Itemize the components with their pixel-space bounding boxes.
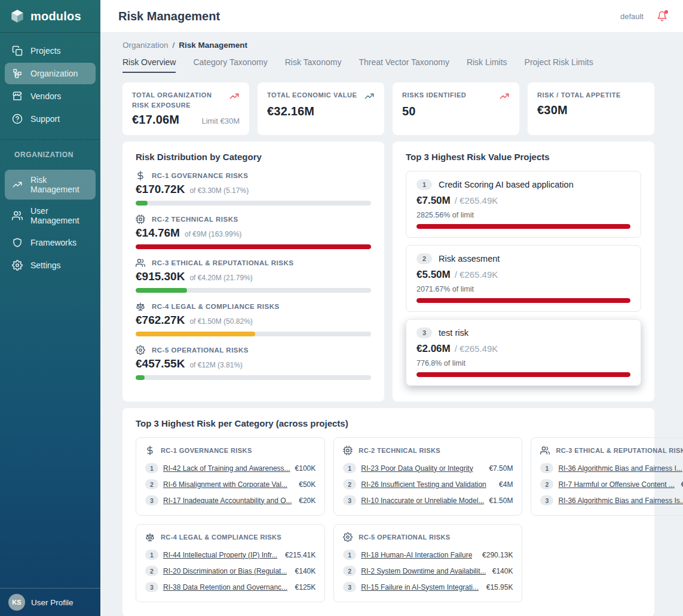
rank-badge: 2 [145,479,158,489]
risk-link[interactable]: RI-17 Inadequate Accountability and O... [163,497,292,505]
kpi-value: €30M [537,103,568,117]
category-name: RC-2 TECHNICAL RISKS [152,216,238,223]
sidebar-item-label: Frameworks [30,238,76,247]
risk-link[interactable]: RI-20 Discrimination or Bias (Regulat... [163,567,287,575]
sidebar-main-nav: Projects Organization Vendors Support [0,33,100,140]
sidebar-item-settings[interactable]: Settings [5,255,96,276]
org-chart-icon [12,68,23,79]
top-risks-rc3-card: RC-3 ETHICAL & REPUTATIONAL RISKS 1 RI-3… [531,437,683,516]
progress-track [416,372,630,377]
project-limit-value: / €265.49K [455,344,498,354]
progress-fill [136,244,371,249]
project-limit-value: / €265.49K [455,195,498,206]
brand-name: modulos [30,10,81,23]
top-risks-rc2-card: RC-2 TECHNICAL RISKS 1 RI-23 Poor Data Q… [333,437,522,516]
risk-row: 2 RI-20 Discrimination or Bias (Regulat.… [145,566,316,576]
projects-icon [12,45,23,56]
sidebar-item-label: Organization [30,69,78,78]
risk-row: 2 RI-6 Misalignment with Corporate Val..… [145,479,316,489]
risk-link[interactable]: RI-18 Human-AI Interaction Failure [361,551,472,559]
sidebar-item-risk-management[interactable]: Risk Management [5,170,96,200]
risk-link[interactable]: RI-36 Algorithmic Bias and Fairness I... [558,464,682,473]
rank-badge: 3 [343,582,356,592]
risk-link[interactable]: RI-42 Lack of Training and Awareness... [163,464,290,473]
tab-project-risk-limits[interactable]: Project Risk Limits [525,57,593,73]
breadcrumb-parent[interactable]: Organization [122,41,169,50]
risk-link[interactable]: RI-7 Harmful or Offensive Content ... [558,480,675,489]
sidebar-item-label: Settings [30,261,61,270]
progress-track [136,288,371,293]
risk-link[interactable]: RI-26 Insufficient Testing and Validatio… [361,480,486,489]
project-card-1[interactable]: 1 Credit Scoring AI based application €7… [406,171,641,238]
progress-track [416,224,630,229]
risk-row: 3 RI-10 Inaccurate or Unreliable Model..… [343,495,513,505]
risk-link[interactable]: RI-2 System Downtime and Availabilit... [361,567,486,575]
sidebar-item-vendors[interactable]: Vendors [5,85,96,107]
project-percent-of-limit: 2825.56% of limit [416,211,630,219]
progress-fill [416,372,630,377]
project-card-3[interactable]: 3 test risk €2.06M / €265.49K 776.8% of … [406,319,641,386]
kpi-total-economic-value: TOTAL ECONOMIC VALUE €32.16M [258,82,384,135]
risk-link[interactable]: RI-23 Poor Data Quality or Integrity [361,464,473,473]
category-value: €915.30K [136,270,185,283]
sidebar-item-organization[interactable]: Organization [5,63,96,84]
content: Organization / Risk Management Risk Over… [100,33,683,616]
breadcrumb: Organization / Risk Management [122,41,654,50]
brand-logo-row[interactable]: modulos [0,0,100,33]
gear-icon [12,260,23,271]
progress-track [136,375,371,380]
risk-value: €1.50M [489,497,513,505]
risk-link[interactable]: RI-6 Misalignment with Corporate Val... [163,480,287,489]
risk-row: 2 RI-26 Insufficient Testing and Validat… [343,479,513,489]
category-value: €762.27K [136,314,185,327]
category-name: RC-4 LEGAL & COMPLIANCE RISKS [161,534,281,541]
rank-badge: 1 [145,463,158,473]
risk-value: €7.50M [489,464,513,473]
sidebar-item-user-management[interactable]: User Management [5,201,96,231]
page-title: Risk Management [118,10,220,23]
kpi-label: TOTAL ECONOMIC VALUE [267,90,357,102]
risk-link[interactable]: RI-15 Failure in AI-System Integrati... [361,583,479,592]
tab-risk-overview[interactable]: Risk Overview [122,57,176,73]
panel-row: Risk Distribution by Category RC-1 GOVER… [122,142,654,402]
tab-threat-vector-taxonomy[interactable]: Threat Vector Taxonomy [359,57,449,73]
rank-badge: 3 [540,495,553,505]
risk-row: 1 RI-36 Algorithmic Bias and Fairness I.… [540,463,683,473]
rank-badge: 2 [145,566,158,576]
user-profile[interactable]: KS User Profile [0,588,100,616]
category-name: RC-4 LEGAL & COMPLIANCE RISKS [152,303,280,310]
progress-track [416,298,630,303]
sidebar-item-frameworks[interactable]: Frameworks [5,232,96,253]
sidebar-item-label: Projects [30,46,61,56]
tab-risk-limits[interactable]: Risk Limits [467,57,507,73]
risk-link[interactable]: RI-44 Intellectual Property (IP) Infr... [163,551,277,559]
risk-value: €50K [299,480,316,489]
sidebar-organization-nav: Risk Management User Management Framewor… [0,163,100,286]
kpi-risks-identified: RISKS IDENTIFIED 50 [393,82,519,135]
progress-fill [136,332,255,336]
rank-badge: 1 [540,463,553,473]
section-title: Top 3 Highest Risk per Category (across … [136,418,641,428]
help-circle-icon [12,114,23,124]
kpi-limit-note: Limit €30M [201,117,240,125]
project-limit-value: / €265.49K [455,269,498,280]
sidebar-section-label: ORGANIZATION [0,140,100,163]
project-card-2[interactable]: 2 Risk assesment €5.50M / €265.49K 2071.… [406,245,641,312]
risk-link[interactable]: RI-10 Inaccurate or Unreliable Model... [361,497,484,505]
shield-icon [12,237,23,248]
scales-icon [136,302,145,311]
sidebar-item-support[interactable]: Support [5,108,96,130]
tab-category-taxonomy[interactable]: Category Taxonomy [193,57,267,73]
risk-link[interactable]: RI-38 Data Retention and Governanc... [163,583,287,592]
risk-value: €140K [295,567,316,575]
risk-row: 2 RI-2 System Downtime and Availabilit..… [343,566,513,576]
project-name: test risk [439,328,468,338]
tab-risk-taxonomy[interactable]: Risk Taxonomy [285,57,342,73]
kpi-label: RISK / TOTAL APPETITE [537,90,621,100]
top-risks-section: Top 3 Highest Risk per Category (across … [122,408,654,616]
notification-bell-icon[interactable] [657,11,667,22]
category-value: €457.55K [136,357,185,370]
risk-link[interactable]: RI-36 Algorithmic Bias and Fairness Is..… [558,497,683,505]
sidebar-item-label: Support [30,114,60,124]
sidebar-item-projects[interactable]: Projects [5,40,96,62]
